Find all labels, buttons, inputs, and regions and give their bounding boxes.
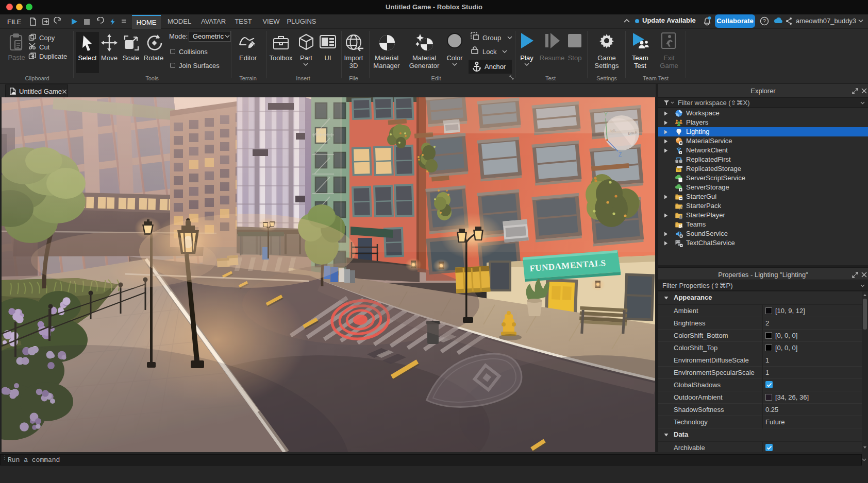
svg-text:?: ?	[763, 19, 766, 24]
